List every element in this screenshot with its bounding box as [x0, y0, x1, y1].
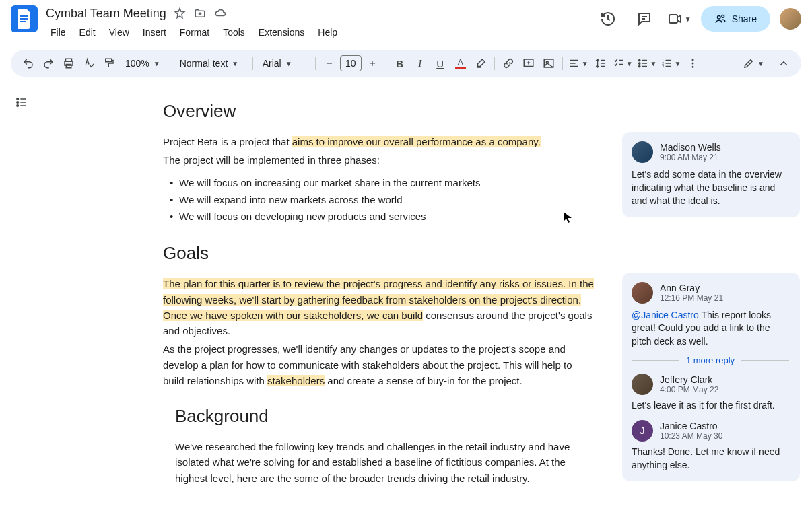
numbered-list-icon[interactable]: 123▼: [659, 54, 682, 73]
svg-point-16: [692, 59, 694, 61]
svg-point-21: [17, 105, 19, 107]
list-item[interactable]: We will expand into new markets across t…: [179, 192, 594, 207]
svg-rect-6: [106, 59, 112, 62]
align-icon[interactable]: ▼: [567, 54, 590, 73]
background-paragraph[interactable]: We've researched the following key trend…: [175, 439, 594, 486]
comment-card[interactable]: Madison Wells 9:00 AM May 21 Let's add s…: [622, 132, 800, 217]
heading-goals[interactable]: Goals: [163, 243, 594, 264]
bold-icon[interactable]: B: [391, 54, 409, 73]
list-item[interactable]: We will focus on increasing our market s…: [179, 175, 594, 190]
zoom-select[interactable]: 100%▼: [120, 54, 166, 73]
add-comment-icon[interactable]: [519, 54, 538, 73]
comment-card[interactable]: Ann Gray 12:16 PM May 21 @Janice Castro …: [622, 273, 800, 482]
svg-point-19: [17, 98, 19, 100]
goals-paragraph-2[interactable]: As the project progresses, we'll identif…: [163, 341, 594, 388]
link-icon[interactable]: [499, 54, 518, 73]
svg-rect-0: [669, 15, 677, 23]
menu-tools[interactable]: Tools: [218, 24, 250, 40]
toolbar-container: 100%▼ Normal text▼ Arial▼ 10 B I U A ▼ ▼…: [0, 44, 812, 82]
menu-extensions[interactable]: Extensions: [254, 24, 309, 40]
undo-icon[interactable]: [19, 54, 38, 73]
svg-point-20: [17, 102, 19, 104]
menu-view[interactable]: View: [104, 24, 134, 40]
separator: [170, 57, 170, 70]
font-size-input[interactable]: 10: [340, 55, 362, 71]
font-select[interactable]: Arial▼: [257, 54, 311, 73]
collapse-toolbar-icon[interactable]: [774, 54, 793, 73]
overview-paragraph[interactable]: Project Beta is a project that aims to i…: [163, 134, 594, 149]
outline-toggle-icon[interactable]: [11, 92, 32, 113]
comment-author: Jeffery Clark: [660, 374, 718, 385]
share-label: Share: [732, 13, 757, 24]
header: Cymbal Team Meeting File Edit View Inser…: [0, 0, 812, 44]
svg-text:3: 3: [663, 64, 665, 68]
comment-author: Madison Wells: [660, 142, 721, 153]
spellcheck-icon[interactable]: [79, 54, 98, 73]
svg-point-12: [638, 65, 640, 67]
user-avatar[interactable]: [780, 8, 801, 30]
style-select[interactable]: Normal text▼: [174, 54, 248, 73]
svg-point-10: [638, 59, 640, 61]
reply-divider: 1 more reply: [632, 355, 789, 365]
move-icon[interactable]: [193, 7, 207, 20]
outline-rail: [11, 87, 38, 524]
svg-point-11: [638, 63, 640, 64]
goals-paragraph[interactable]: The plan for this quarter is to review t…: [163, 276, 594, 339]
font-size-increase[interactable]: [363, 54, 382, 73]
commenter-avatar: [632, 141, 653, 163]
title-area: Cymbal Team Meeting File Edit View Inser…: [46, 5, 595, 40]
font-size-decrease[interactable]: [320, 54, 339, 73]
comments-column: Madison Wells 9:00 AM May 21 Let's add s…: [622, 132, 800, 481]
separator: [770, 57, 770, 70]
menu-file[interactable]: File: [46, 24, 71, 40]
cursor-icon: [563, 211, 572, 223]
paint-format-icon[interactable]: [100, 54, 119, 73]
doc-title[interactable]: Cymbal Team Meeting: [46, 7, 166, 21]
comment-body: Let's add some data in the overview indi…: [632, 168, 789, 208]
comment-time: 10:23 AM May 30: [660, 431, 722, 441]
insert-image-icon[interactable]: [539, 54, 558, 73]
highlight-icon[interactable]: [471, 54, 490, 73]
commenter-avatar: [632, 374, 653, 395]
more-icon[interactable]: [683, 54, 702, 73]
line-spacing-icon[interactable]: [591, 54, 610, 73]
menu-edit[interactable]: Edit: [75, 24, 100, 40]
mention[interactable]: @Janice Castro: [632, 310, 699, 320]
docs-logo[interactable]: [11, 5, 38, 32]
comment-reply: Jeffery Clark 4:00 PM May 22 Let's leave…: [632, 374, 789, 413]
bullet-list-icon[interactable]: ▼: [636, 54, 658, 73]
document-body[interactable]: Overview Project Beta is a project that …: [163, 87, 594, 524]
list-item[interactable]: We will focus on developing new products…: [179, 209, 594, 224]
overview-list[interactable]: We will focus on increasing our market s…: [163, 175, 594, 225]
star-icon[interactable]: [173, 7, 187, 20]
underline-icon[interactable]: U: [431, 54, 450, 73]
menu-format[interactable]: Format: [175, 24, 214, 40]
comment-time: 9:00 AM May 21: [660, 153, 721, 162]
cloud-status-icon[interactable]: [213, 7, 227, 20]
video-call-button[interactable]: ▼: [667, 11, 691, 27]
print-icon[interactable]: [59, 54, 78, 73]
editing-mode-icon[interactable]: ▼: [741, 54, 766, 73]
history-icon[interactable]: [595, 5, 621, 32]
menubar: File Edit View Insert Format Tools Exten…: [46, 24, 595, 40]
comments-icon[interactable]: [631, 5, 658, 32]
separator: [315, 57, 316, 70]
separator: [252, 57, 253, 70]
checklist-icon[interactable]: ▼: [611, 54, 634, 73]
overview-paragraph-2[interactable]: The project will be implemented in three…: [163, 152, 594, 168]
text-color-icon[interactable]: A: [451, 54, 470, 73]
menu-insert[interactable]: Insert: [138, 24, 171, 40]
comment-time: 4:00 PM May 22: [660, 385, 718, 394]
heading-background[interactable]: Background: [175, 406, 594, 427]
redo-icon[interactable]: [39, 54, 58, 73]
menu-help[interactable]: Help: [313, 24, 342, 40]
comment-author: Janice Castro: [660, 421, 722, 431]
heading-overview[interactable]: Overview: [163, 101, 594, 122]
comment-reply: J Janice Castro 10:23 AM May 30 Thanks! …: [632, 420, 789, 472]
more-replies-link[interactable]: 1 more reply: [686, 355, 735, 365]
comment-body: Let's leave it as it for the first draft…: [632, 399, 789, 413]
share-button[interactable]: Share: [701, 6, 770, 32]
commenter-avatar: [632, 282, 653, 304]
separator: [494, 57, 495, 70]
italic-icon[interactable]: I: [411, 54, 430, 73]
